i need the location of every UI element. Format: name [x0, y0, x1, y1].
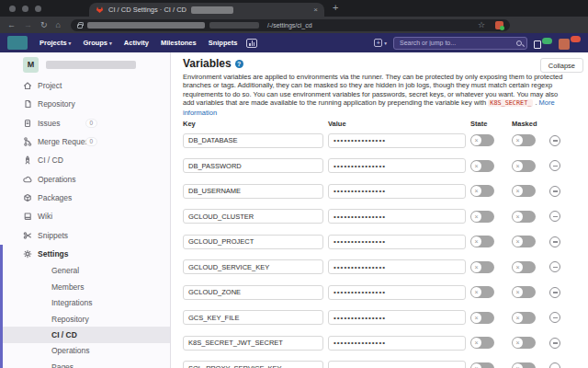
masked-toggle[interactable]: [512, 134, 536, 146]
navbar-item-snippets[interactable]: Snippets: [209, 39, 238, 47]
state-toggle[interactable]: [470, 185, 494, 197]
minimize-window-button[interactable]: [22, 6, 28, 12]
back-icon[interactable]: ←: [7, 21, 16, 29]
navbar-item-groups[interactable]: Groups▾: [83, 39, 111, 47]
redacted-project-title: [46, 61, 136, 69]
search-input[interactable]: [394, 38, 526, 49]
state-toggle[interactable]: [470, 362, 494, 368]
chevron-down-icon: ▾: [109, 40, 112, 46]
state-toggle[interactable]: [470, 211, 494, 223]
sidebar-item-packages[interactable]: Packages: [0, 189, 170, 207]
todos-button[interactable]: [534, 38, 552, 49]
variable-key-input[interactable]: [183, 361, 323, 368]
maximize-window-button[interactable]: [35, 6, 41, 12]
variable-value-input[interactable]: [328, 361, 466, 368]
state-toggle[interactable]: [470, 160, 494, 172]
sidebar-item-project[interactable]: Project: [0, 76, 170, 95]
gitlab-logo[interactable]: [7, 36, 28, 50]
variable-value-input[interactable]: [328, 184, 466, 199]
user-menu[interactable]: [559, 36, 581, 50]
new-tab-button[interactable]: +: [333, 2, 338, 13]
navbar-item-milestones[interactable]: Milestones: [161, 39, 197, 47]
bookmark-star-icon[interactable]: ☆: [478, 20, 485, 29]
close-window-button[interactable]: [9, 6, 16, 12]
variable-key-input[interactable]: [183, 285, 323, 300]
remove-variable-button[interactable]: [549, 135, 560, 146]
browser-tab[interactable]: CI / CD Settings · CI / CD ×: [89, 3, 324, 17]
sidebar-item-operations[interactable]: Operations: [0, 169, 170, 188]
lock-icon: [77, 24, 83, 29]
variable-value-input[interactable]: [328, 235, 466, 249]
variable-value-input[interactable]: [328, 259, 466, 274]
home-icon[interactable]: ⌂: [56, 21, 61, 29]
sidebar-item-snippets[interactable]: Snippets: [0, 225, 170, 244]
state-toggle[interactable]: [470, 236, 494, 247]
state-toggle[interactable]: [470, 312, 494, 324]
state-toggle[interactable]: [470, 286, 494, 298]
remove-variable-button[interactable]: [549, 312, 560, 323]
chevron-down-icon: ▾: [384, 40, 387, 46]
state-toggle[interactable]: [470, 261, 494, 273]
sidebar-item-wiki[interactable]: Wiki: [0, 207, 170, 225]
variable-value-input[interactable]: [328, 133, 466, 148]
masked-toggle[interactable]: [512, 211, 536, 223]
variable-value-input[interactable]: [328, 158, 466, 173]
variable-key-input[interactable]: [183, 336, 323, 351]
settings-subitem-general[interactable]: General: [3, 263, 170, 279]
new-menu-dropdown[interactable]: + ▾: [374, 39, 387, 47]
remove-variable-button[interactable]: [549, 160, 560, 171]
navbar-item-activity[interactable]: Activity: [124, 39, 149, 47]
help-icon[interactable]: ?: [235, 60, 243, 68]
settings-subitem-members[interactable]: Members: [3, 279, 170, 294]
sidebar-item-repository[interactable]: Repository: [0, 95, 170, 113]
masked-toggle[interactable]: [512, 312, 536, 324]
settings-subitem-repository[interactable]: Repository: [3, 311, 170, 327]
settings-subitem-pages[interactable]: Pages: [3, 359, 170, 368]
masked-toggle[interactable]: [512, 337, 536, 349]
sidebar-item-merge-requests[interactable]: Merge Requests 0: [0, 132, 170, 151]
remove-variable-button[interactable]: [549, 186, 560, 197]
variable-key-input[interactable]: [183, 259, 323, 274]
masked-toggle[interactable]: [512, 160, 536, 172]
remove-variable-button[interactable]: [549, 261, 560, 272]
variable-value-input[interactable]: [328, 209, 466, 224]
masked-toggle[interactable]: [512, 236, 536, 247]
remove-variable-button[interactable]: [549, 338, 560, 349]
collapse-button[interactable]: Collapse: [540, 58, 583, 73]
remove-variable-button[interactable]: [549, 362, 560, 368]
analytics-icon[interactable]: [246, 39, 257, 48]
remove-variable-button[interactable]: [549, 287, 560, 298]
sidebar-item-issues[interactable]: Issues 0: [0, 114, 170, 132]
state-toggle[interactable]: [470, 134, 494, 146]
masked-toggle[interactable]: [512, 286, 536, 298]
variable-key-input[interactable]: [183, 310, 323, 325]
minus-icon: [553, 292, 558, 293]
state-toggle[interactable]: [470, 337, 494, 349]
variable-key-input[interactable]: [183, 209, 323, 224]
variable-key-input[interactable]: [183, 235, 323, 249]
variable-value-input[interactable]: [328, 310, 466, 325]
variable-key-input[interactable]: [183, 133, 323, 148]
settings-subitem-ci-cd[interactable]: CI / CD: [3, 327, 170, 342]
project-header[interactable]: M: [0, 52, 170, 76]
settings-subitem-operations[interactable]: Operations: [3, 343, 170, 359]
settings-subitem-integrations[interactable]: Integrations: [3, 294, 170, 310]
masked-toggle[interactable]: [512, 362, 536, 368]
sidebar-item-ci-cd[interactable]: CI / CD: [0, 151, 170, 169]
address-bar[interactable]: /-/settings/ci_cd ☆: [71, 19, 510, 31]
sidebar-item-settings[interactable]: Settings: [3, 245, 170, 263]
close-tab-icon[interactable]: ×: [313, 6, 318, 14]
masked-toggle[interactable]: [512, 261, 536, 273]
browser-extension-icon[interactable]: [495, 21, 503, 29]
masked-toggle[interactable]: [512, 185, 536, 197]
remove-variable-button[interactable]: [549, 211, 560, 222]
navbar-item-projects[interactable]: Projects▾: [40, 39, 71, 47]
toggle-off-icon: [513, 161, 523, 171]
forward-icon[interactable]: →: [24, 21, 32, 29]
variable-value-input[interactable]: [328, 285, 466, 300]
variable-key-input[interactable]: [183, 158, 323, 173]
variable-value-input[interactable]: [328, 336, 466, 351]
variable-key-input[interactable]: [183, 184, 323, 199]
reload-icon[interactable]: ↻: [40, 21, 48, 29]
remove-variable-button[interactable]: [549, 236, 560, 247]
